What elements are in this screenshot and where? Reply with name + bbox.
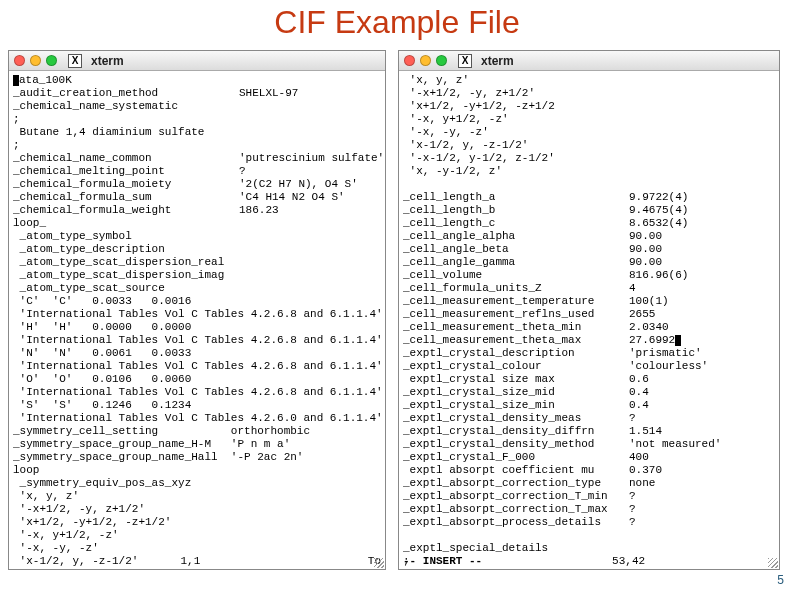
terminal-line xyxy=(239,113,384,126)
terminal-line: 'H' 'H' 0.0000 0.0000 xyxy=(13,321,383,334)
terminal-line: _exptl_crystal_colour xyxy=(403,360,608,373)
terminal-line xyxy=(239,126,384,139)
terminal-line: _cell_measurement_theta_max xyxy=(403,334,608,347)
xterm-window-left: X xterm ata_100K_audit_creation_method_c… xyxy=(8,50,386,570)
terminal-line: 2.0340 xyxy=(629,321,721,334)
terminal-line: ? xyxy=(629,503,721,516)
terminal-line: '-x, -y, -z' xyxy=(403,126,608,139)
terminal-line: _cell_length_b xyxy=(403,204,608,217)
terminal-line: _atom_type_description xyxy=(13,243,383,256)
terminal-line: loop xyxy=(13,464,383,477)
terminal-line: _exptl_crystal_F_000 xyxy=(403,451,608,464)
terminal-line: _exptl_absorpt_process_details xyxy=(403,516,608,529)
terminal-line: 0.4 xyxy=(629,399,721,412)
status-cursor-pos: 53,42 xyxy=(612,555,645,567)
terminal-line: '-x-1/2, y-1/2, z-1/2' xyxy=(13,568,383,569)
terminal-line: 'prismatic' xyxy=(629,347,721,360)
terminal-line: ? xyxy=(403,568,608,569)
terminal-line: 'International Tables Vol C Tables 4.2.6… xyxy=(13,412,383,425)
terminal-line: '2(C2 H7 N), O4 S' xyxy=(239,178,384,191)
terminal-line: 0.4 xyxy=(629,386,721,399)
terminal-line xyxy=(239,139,384,152)
terminal-line: _atom_type_symbol xyxy=(13,230,383,243)
terminal-line xyxy=(629,100,721,113)
terminal-line: _symmetry_cell_setting orthorhombic xyxy=(13,425,383,438)
resize-handle[interactable] xyxy=(768,558,778,568)
text-cursor xyxy=(675,335,681,346)
close-icon[interactable] xyxy=(14,55,25,66)
terminal-line: _exptl_crystal_size_min xyxy=(403,399,608,412)
terminal-line: 816.96(6) xyxy=(629,269,721,282)
terminal-line: _cell_angle_beta xyxy=(403,243,608,256)
terminal-line xyxy=(239,74,384,87)
vim-status-line: 1,1 To xyxy=(13,555,381,567)
terminal-line: ? xyxy=(629,516,721,529)
terminal-content[interactable]: ata_100K_audit_creation_method_chemical_… xyxy=(9,71,385,569)
terminal-line: _cell_measurement_reflns_used xyxy=(403,308,608,321)
close-icon[interactable] xyxy=(404,55,415,66)
terminal-line: 'x+1/2, -y+1/2, -z+1/2' xyxy=(13,516,383,529)
terminal-line: _exptl_absorpt_correction_T_min xyxy=(403,490,608,503)
terminal-line: _exptl_absorpt_correction_T_max xyxy=(403,503,608,516)
terminal-line: _cell_formula_units_Z xyxy=(403,282,608,295)
terminal-line: 'not measured' xyxy=(629,438,721,451)
terminal-line: 'putrescinium sulfate' xyxy=(239,152,384,165)
resize-handle[interactable] xyxy=(374,558,384,568)
terminal-line: 27.6992 xyxy=(629,334,721,347)
zoom-icon[interactable] xyxy=(436,55,447,66)
terminal-line: _cell_angle_alpha xyxy=(403,230,608,243)
terminal-line: 'International Tables Vol C Tables 4.2.6… xyxy=(13,386,383,399)
terminal-line: 2655 xyxy=(629,308,721,321)
terminal-line: 4 xyxy=(629,282,721,295)
terminal-line: 'C' 'C' 0.0033 0.0016 xyxy=(13,295,383,308)
terminal-line xyxy=(629,87,721,100)
titlebar[interactable]: X xterm xyxy=(399,51,779,71)
terminal-line: 186.23 xyxy=(239,204,384,217)
terminal-line: loop_ xyxy=(13,217,383,230)
terminal-line: 'International Tables Vol C Tables 4.2.6… xyxy=(13,360,383,373)
terminal-line: exptl_crystal size max xyxy=(403,373,608,386)
terminal-line: 9.9722(4) xyxy=(629,191,721,204)
terminal-line: 'N' 'N' 0.0061 0.0033 xyxy=(13,347,383,360)
terminal-line: _cell_length_a xyxy=(403,191,608,204)
terminal-line: _cell_measurement_temperature xyxy=(403,295,608,308)
terminal-line: 90.00 xyxy=(629,256,721,269)
terminal-line: ? xyxy=(629,412,721,425)
terminal-line xyxy=(629,113,721,126)
terminal-line: _symmetry_space_group_name_H-M 'P n m a' xyxy=(13,438,383,451)
minimize-icon[interactable] xyxy=(420,55,431,66)
terminal-line: 'International Tables Vol C Tables 4.2.6… xyxy=(13,308,383,321)
terminal-line: _cell_length_c xyxy=(403,217,608,230)
terminal-line: 0.6 xyxy=(629,373,721,386)
window-title: xterm xyxy=(481,54,514,68)
terminal-line: 8.6532(4) xyxy=(629,217,721,230)
terminal-line: _cell_angle_gamma xyxy=(403,256,608,269)
terminal-line: 90.00 xyxy=(629,243,721,256)
terminal-line xyxy=(629,165,721,178)
titlebar[interactable]: X xterm xyxy=(9,51,385,71)
terminal-line: 0.370 xyxy=(629,464,721,477)
xterm-window-right: X xterm 'x, y, z' '-x+1/2, -y, z+1/2' 'x… xyxy=(398,50,780,570)
terminal-line: 'S' 'S' 0.1246 0.1234 xyxy=(13,399,383,412)
x11-icon: X xyxy=(458,54,472,68)
terminal-line xyxy=(403,529,608,542)
page-title: CIF Example File xyxy=(0,4,794,41)
terminal-line: _symmetry_space_group_name_Hall '-P 2ac … xyxy=(13,451,383,464)
terminal-content[interactable]: 'x, y, z' '-x+1/2, -y, z+1/2' 'x+1/2, -y… xyxy=(399,71,779,569)
terminal-line: _exptl_crystal_density_method xyxy=(403,438,608,451)
terminal-line: '-x, y+1/2, -z' xyxy=(13,529,383,542)
terminal-line: _exptl_special_details xyxy=(403,542,608,555)
terminal-line: _atom_type_scat_dispersion_real xyxy=(13,256,383,269)
terminal-line: '-x, -y, -z' xyxy=(13,542,383,555)
terminal-line: exptl absorpt coefficient mu xyxy=(403,464,608,477)
zoom-icon[interactable] xyxy=(46,55,57,66)
terminal-line: 'O' 'O' 0.0106 0.0060 xyxy=(13,373,383,386)
text-cursor xyxy=(13,75,19,86)
status-mode: -- INSERT -- xyxy=(403,555,482,567)
minimize-icon[interactable] xyxy=(30,55,41,66)
terminal-line: 1.514 xyxy=(629,425,721,438)
terminal-line xyxy=(239,100,384,113)
terminal-line xyxy=(629,126,721,139)
terminal-line: _atom_type_scat_dispersion_imag xyxy=(13,269,383,282)
terminal-line: 'x-1/2, y, -z-1/2' xyxy=(403,139,608,152)
